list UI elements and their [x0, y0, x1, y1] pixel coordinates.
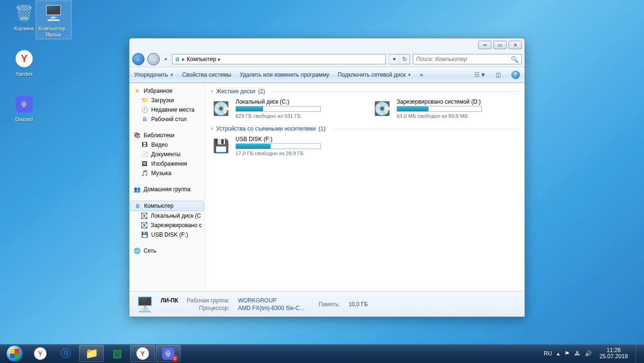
collapse-icon: ▿: [211, 126, 213, 131]
yandex-icon: Y: [136, 347, 149, 360]
breadcrumb-computer[interactable]: Компьютер: [187, 56, 216, 62]
capacity-bar: [236, 143, 321, 149]
document-icon: 📄: [141, 151, 148, 158]
toolbar: Упорядочить▼ Свойства системы Удалить ил…: [129, 67, 525, 83]
tray-clock[interactable]: 11:26 25.07.2019: [597, 347, 631, 360]
video-icon: 🎞: [141, 141, 148, 149]
titlebar[interactable]: ━ ▭ ✕: [129, 38, 525, 52]
tray-show-hidden-icon[interactable]: ▴: [557, 350, 560, 357]
drive-icon: 💽: [211, 98, 231, 118]
windows-orb-icon: [6, 345, 23, 362]
drive-d[interactable]: 💽 Зарезервировано системой (D:) 63,0 МБ …: [372, 98, 505, 119]
search-icon: 🔍: [511, 56, 518, 63]
folder-icon: 📁: [85, 347, 98, 360]
uninstall-button[interactable]: Удалить или изменить программу: [240, 71, 329, 78]
nav-downloads[interactable]: 📁Загрузки: [129, 96, 205, 105]
usb-icon: 💾: [141, 231, 148, 239]
details-pane: 🖥️ ЛИ-ПК Рабочая группа: WORKGROUP Проце…: [129, 291, 525, 317]
nav-desktop[interactable]: 🖥Рабочий стол: [129, 115, 205, 124]
libraries-icon: 📚: [133, 132, 141, 139]
nav-video[interactable]: 🎞Видео: [129, 140, 205, 150]
nav-recent[interactable]: 🕘Недавние места: [129, 105, 205, 115]
music-icon: 🎵: [141, 169, 148, 177]
taskbar: Y ⓔ 📁 ▧ Y ៙1 RU ▴ ⚑ 🖧 🔊 11:26 25.07.2019: [0, 344, 644, 363]
help-button[interactable]: ?: [511, 71, 520, 79]
folder-icon: 📁: [141, 97, 148, 104]
close-button[interactable]: ✕: [508, 41, 522, 49]
taskbar-explorer[interactable]: 📁: [79, 345, 104, 362]
computer-icon: 🖥: [134, 202, 141, 210]
nav-documents[interactable]: 📄Документы: [129, 150, 205, 159]
nav-music[interactable]: 🎵Музыка: [129, 168, 205, 178]
computer-icon: 🖥: [174, 56, 180, 62]
volume-icon[interactable]: 🔊: [585, 350, 592, 357]
address-bar[interactable]: 🖥 ▶ Компьютер ▶: [172, 54, 386, 64]
forward-button[interactable]: →: [147, 53, 160, 65]
taskmgr-icon: ▧: [112, 347, 122, 360]
preview-pane-button[interactable]: ◫: [493, 70, 503, 80]
taskbar-yandex-browser[interactable]: Y: [130, 345, 155, 362]
nav-drive-c[interactable]: 💽Локальный диск (C: [129, 211, 205, 221]
nav-network[interactable]: 🌐Сеть: [129, 246, 205, 256]
navigation-pane: ★Избранное 📁Загрузки 🕘Недавние места 🖥Ра…: [129, 83, 205, 291]
taskbar-yandex[interactable]: Y: [28, 345, 53, 362]
drive-f[interactable]: 💾 USB DISK (F:) 17,0 ГБ свободно из 28,9…: [211, 136, 344, 156]
taskbar-ie[interactable]: ⓔ: [54, 345, 78, 362]
capacity-bar: [397, 106, 482, 112]
breadcrumb-sep-icon: ▶: [218, 57, 221, 62]
star-icon: ★: [133, 87, 141, 95]
yandex-icon: Y: [34, 347, 46, 360]
recycle-bin-icon: 🗑️: [13, 2, 36, 25]
group-removable[interactable]: ▿ Устройства со съемными носителями (1): [211, 125, 519, 132]
map-drive-button[interactable]: Подключить сетевой диск▼: [338, 71, 411, 78]
system-tray: RU ▴ ⚑ 🖧 🔊 11:26 25.07.2019: [542, 344, 642, 363]
details-name: ЛИ-ПК: [161, 297, 178, 304]
network-icon[interactable]: 🖧: [574, 350, 580, 357]
system-properties-button[interactable]: Свойства системы: [182, 71, 231, 78]
discord-icon: ៙: [13, 93, 36, 115]
organize-button[interactable]: Упорядочить▼: [134, 71, 173, 78]
nav-favorites[interactable]: ★Избранное: [129, 86, 205, 96]
drive-icon: 💽: [141, 221, 148, 229]
computer-icon: 🖥️: [134, 294, 155, 315]
view-mode-button[interactable]: ☷▼: [475, 70, 485, 80]
taskbar-taskmgr[interactable]: ▧: [105, 345, 129, 362]
nav-drive-d[interactable]: 💽Зарезервировано с: [129, 221, 205, 230]
nav-libraries[interactable]: 📚Библиотеки: [129, 131, 205, 140]
capacity-bar: [236, 106, 321, 112]
drive-icon: 💽: [141, 212, 148, 220]
taskbar-discord[interactable]: ៙1: [156, 345, 181, 362]
breadcrumb-sep-icon: ▶: [182, 57, 185, 62]
flag-icon[interactable]: ⚑: [564, 350, 570, 357]
collapse-icon: ▿: [211, 89, 213, 94]
network-icon: 🌐: [133, 247, 141, 255]
drive-c[interactable]: 💽 Локальный диск (C:) 629 ГБ свободно из…: [211, 98, 344, 119]
yandex-icon: Y: [13, 47, 36, 70]
back-button[interactable]: ←: [132, 53, 145, 65]
group-hard-drives[interactable]: ▿ Жесткие диски (2): [211, 88, 519, 95]
badge: 1: [172, 355, 178, 361]
maximize-button[interactable]: ▭: [493, 41, 507, 49]
desktop-icon-discord[interactable]: ៙ Discord: [7, 92, 42, 124]
refresh-button[interactable]: ↻: [399, 54, 409, 64]
nav-drive-f[interactable]: 💾USB DISK (F:): [129, 230, 205, 239]
desktop-icon: 🖥: [141, 115, 148, 123]
drive-icon: 💽: [372, 98, 392, 118]
desktop-icon-yandex[interactable]: Y Yandex: [7, 46, 42, 78]
search-input[interactable]: [416, 56, 511, 62]
start-button[interactable]: [2, 344, 27, 363]
address-dropdown-button[interactable]: ▾: [389, 54, 399, 64]
picture-icon: 🖼: [141, 160, 148, 168]
desktop-icon-computer[interactable]: 🖥️ Компьютер - Ярлык: [36, 1, 71, 39]
nav-pictures[interactable]: 🖼Изображения: [129, 159, 205, 168]
tray-lang[interactable]: RU: [544, 350, 552, 357]
search-box[interactable]: 🔍: [413, 54, 522, 64]
nav-homegroup[interactable]: 👥Домашняя группа: [129, 185, 205, 194]
ie-icon: ⓔ: [61, 346, 71, 361]
show-desktop-button[interactable]: [635, 344, 640, 363]
nav-history-dropdown[interactable]: ▼: [163, 53, 169, 65]
toolbar-overflow-button[interactable]: »: [420, 71, 423, 78]
minimize-button[interactable]: ━: [478, 41, 491, 49]
nav-computer[interactable]: 🖥Компьютер: [130, 201, 204, 211]
content-pane: ▿ Жесткие диски (2) 💽 Локальный диск (C:…: [205, 83, 525, 291]
